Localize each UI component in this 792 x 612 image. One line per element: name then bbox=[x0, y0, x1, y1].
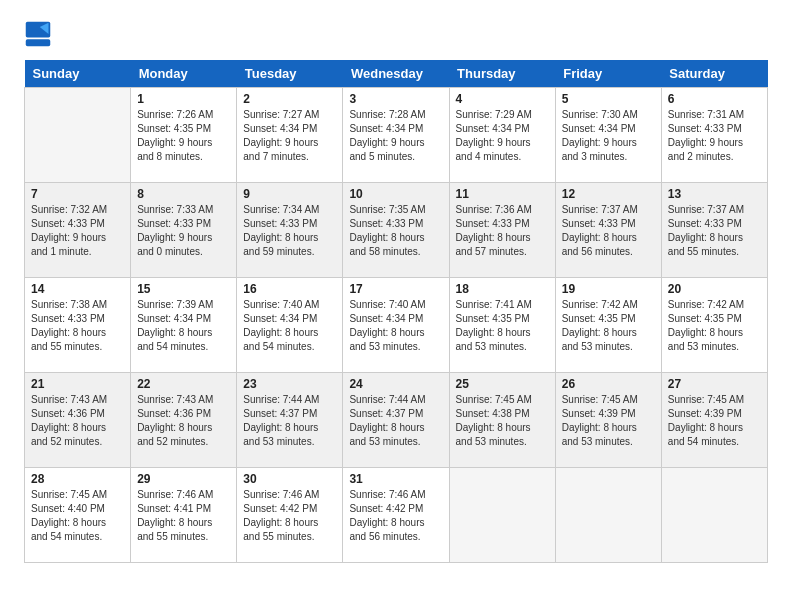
day-info: Sunrise: 7:31 AM Sunset: 4:33 PM Dayligh… bbox=[668, 108, 761, 164]
day-number: 20 bbox=[668, 282, 761, 296]
calendar-cell: 16Sunrise: 7:40 AM Sunset: 4:34 PM Dayli… bbox=[237, 278, 343, 373]
day-number: 21 bbox=[31, 377, 124, 391]
day-number: 6 bbox=[668, 92, 761, 106]
calendar-table: SundayMondayTuesdayWednesdayThursdayFrid… bbox=[24, 60, 768, 563]
day-number: 5 bbox=[562, 92, 655, 106]
day-number: 14 bbox=[31, 282, 124, 296]
day-info: Sunrise: 7:39 AM Sunset: 4:34 PM Dayligh… bbox=[137, 298, 230, 354]
day-info: Sunrise: 7:28 AM Sunset: 4:34 PM Dayligh… bbox=[349, 108, 442, 164]
calendar-week-row: 14Sunrise: 7:38 AM Sunset: 4:33 PM Dayli… bbox=[25, 278, 768, 373]
day-info: Sunrise: 7:27 AM Sunset: 4:34 PM Dayligh… bbox=[243, 108, 336, 164]
day-info: Sunrise: 7:34 AM Sunset: 4:33 PM Dayligh… bbox=[243, 203, 336, 259]
day-info: Sunrise: 7:43 AM Sunset: 4:36 PM Dayligh… bbox=[137, 393, 230, 449]
calendar-cell: 6Sunrise: 7:31 AM Sunset: 4:33 PM Daylig… bbox=[661, 88, 767, 183]
day-info: Sunrise: 7:45 AM Sunset: 4:39 PM Dayligh… bbox=[668, 393, 761, 449]
calendar-header-cell: Saturday bbox=[661, 60, 767, 88]
calendar-cell: 2Sunrise: 7:27 AM Sunset: 4:34 PM Daylig… bbox=[237, 88, 343, 183]
calendar-cell: 31Sunrise: 7:46 AM Sunset: 4:42 PM Dayli… bbox=[343, 468, 449, 563]
calendar-cell: 7Sunrise: 7:32 AM Sunset: 4:33 PM Daylig… bbox=[25, 183, 131, 278]
day-number: 9 bbox=[243, 187, 336, 201]
day-info: Sunrise: 7:46 AM Sunset: 4:41 PM Dayligh… bbox=[137, 488, 230, 544]
day-info: Sunrise: 7:36 AM Sunset: 4:33 PM Dayligh… bbox=[456, 203, 549, 259]
day-info: Sunrise: 7:35 AM Sunset: 4:33 PM Dayligh… bbox=[349, 203, 442, 259]
calendar-cell: 21Sunrise: 7:43 AM Sunset: 4:36 PM Dayli… bbox=[25, 373, 131, 468]
calendar-header-cell: Monday bbox=[131, 60, 237, 88]
day-info: Sunrise: 7:41 AM Sunset: 4:35 PM Dayligh… bbox=[456, 298, 549, 354]
day-number: 25 bbox=[456, 377, 549, 391]
calendar-cell: 29Sunrise: 7:46 AM Sunset: 4:41 PM Dayli… bbox=[131, 468, 237, 563]
day-info: Sunrise: 7:42 AM Sunset: 4:35 PM Dayligh… bbox=[562, 298, 655, 354]
calendar-cell: 28Sunrise: 7:45 AM Sunset: 4:40 PM Dayli… bbox=[25, 468, 131, 563]
day-number: 29 bbox=[137, 472, 230, 486]
day-number: 18 bbox=[456, 282, 549, 296]
calendar-cell: 19Sunrise: 7:42 AM Sunset: 4:35 PM Dayli… bbox=[555, 278, 661, 373]
day-number: 17 bbox=[349, 282, 442, 296]
day-number: 10 bbox=[349, 187, 442, 201]
calendar-cell: 1Sunrise: 7:26 AM Sunset: 4:35 PM Daylig… bbox=[131, 88, 237, 183]
day-number: 24 bbox=[349, 377, 442, 391]
calendar-cell: 3Sunrise: 7:28 AM Sunset: 4:34 PM Daylig… bbox=[343, 88, 449, 183]
calendar-cell bbox=[555, 468, 661, 563]
calendar-cell: 5Sunrise: 7:30 AM Sunset: 4:34 PM Daylig… bbox=[555, 88, 661, 183]
day-number: 23 bbox=[243, 377, 336, 391]
day-info: Sunrise: 7:44 AM Sunset: 4:37 PM Dayligh… bbox=[349, 393, 442, 449]
calendar-cell: 18Sunrise: 7:41 AM Sunset: 4:35 PM Dayli… bbox=[449, 278, 555, 373]
calendar-header-cell: Tuesday bbox=[237, 60, 343, 88]
calendar-week-row: 7Sunrise: 7:32 AM Sunset: 4:33 PM Daylig… bbox=[25, 183, 768, 278]
svg-rect-2 bbox=[26, 39, 51, 46]
calendar-cell: 4Sunrise: 7:29 AM Sunset: 4:34 PM Daylig… bbox=[449, 88, 555, 183]
day-number: 30 bbox=[243, 472, 336, 486]
calendar-cell: 26Sunrise: 7:45 AM Sunset: 4:39 PM Dayli… bbox=[555, 373, 661, 468]
day-info: Sunrise: 7:44 AM Sunset: 4:37 PM Dayligh… bbox=[243, 393, 336, 449]
day-info: Sunrise: 7:38 AM Sunset: 4:33 PM Dayligh… bbox=[31, 298, 124, 354]
day-info: Sunrise: 7:32 AM Sunset: 4:33 PM Dayligh… bbox=[31, 203, 124, 259]
calendar-header-cell: Wednesday bbox=[343, 60, 449, 88]
calendar-cell bbox=[25, 88, 131, 183]
day-number: 16 bbox=[243, 282, 336, 296]
day-info: Sunrise: 7:30 AM Sunset: 4:34 PM Dayligh… bbox=[562, 108, 655, 164]
day-info: Sunrise: 7:46 AM Sunset: 4:42 PM Dayligh… bbox=[243, 488, 336, 544]
day-number: 19 bbox=[562, 282, 655, 296]
calendar-cell: 27Sunrise: 7:45 AM Sunset: 4:39 PM Dayli… bbox=[661, 373, 767, 468]
day-number: 12 bbox=[562, 187, 655, 201]
calendar-cell: 9Sunrise: 7:34 AM Sunset: 4:33 PM Daylig… bbox=[237, 183, 343, 278]
day-info: Sunrise: 7:45 AM Sunset: 4:38 PM Dayligh… bbox=[456, 393, 549, 449]
calendar-cell: 23Sunrise: 7:44 AM Sunset: 4:37 PM Dayli… bbox=[237, 373, 343, 468]
day-info: Sunrise: 7:33 AM Sunset: 4:33 PM Dayligh… bbox=[137, 203, 230, 259]
logo-icon bbox=[24, 20, 52, 48]
day-number: 1 bbox=[137, 92, 230, 106]
day-number: 15 bbox=[137, 282, 230, 296]
calendar-header-cell: Friday bbox=[555, 60, 661, 88]
day-number: 8 bbox=[137, 187, 230, 201]
calendar-cell: 22Sunrise: 7:43 AM Sunset: 4:36 PM Dayli… bbox=[131, 373, 237, 468]
calendar-cell: 10Sunrise: 7:35 AM Sunset: 4:33 PM Dayli… bbox=[343, 183, 449, 278]
day-info: Sunrise: 7:46 AM Sunset: 4:42 PM Dayligh… bbox=[349, 488, 442, 544]
calendar-header-row: SundayMondayTuesdayWednesdayThursdayFrid… bbox=[25, 60, 768, 88]
day-info: Sunrise: 7:45 AM Sunset: 4:39 PM Dayligh… bbox=[562, 393, 655, 449]
day-number: 13 bbox=[668, 187, 761, 201]
logo bbox=[24, 20, 56, 48]
calendar-cell bbox=[661, 468, 767, 563]
calendar-cell: 13Sunrise: 7:37 AM Sunset: 4:33 PM Dayli… bbox=[661, 183, 767, 278]
calendar-week-row: 1Sunrise: 7:26 AM Sunset: 4:35 PM Daylig… bbox=[25, 88, 768, 183]
day-number: 31 bbox=[349, 472, 442, 486]
calendar-cell: 30Sunrise: 7:46 AM Sunset: 4:42 PM Dayli… bbox=[237, 468, 343, 563]
calendar-header-cell: Thursday bbox=[449, 60, 555, 88]
calendar-cell: 12Sunrise: 7:37 AM Sunset: 4:33 PM Dayli… bbox=[555, 183, 661, 278]
day-info: Sunrise: 7:43 AM Sunset: 4:36 PM Dayligh… bbox=[31, 393, 124, 449]
day-number: 7 bbox=[31, 187, 124, 201]
day-info: Sunrise: 7:42 AM Sunset: 4:35 PM Dayligh… bbox=[668, 298, 761, 354]
calendar-cell: 24Sunrise: 7:44 AM Sunset: 4:37 PM Dayli… bbox=[343, 373, 449, 468]
calendar-header-cell: Sunday bbox=[25, 60, 131, 88]
calendar-cell: 20Sunrise: 7:42 AM Sunset: 4:35 PM Dayli… bbox=[661, 278, 767, 373]
calendar-cell: 25Sunrise: 7:45 AM Sunset: 4:38 PM Dayli… bbox=[449, 373, 555, 468]
calendar-week-row: 28Sunrise: 7:45 AM Sunset: 4:40 PM Dayli… bbox=[25, 468, 768, 563]
calendar-week-row: 21Sunrise: 7:43 AM Sunset: 4:36 PM Dayli… bbox=[25, 373, 768, 468]
day-number: 2 bbox=[243, 92, 336, 106]
calendar-cell bbox=[449, 468, 555, 563]
day-info: Sunrise: 7:40 AM Sunset: 4:34 PM Dayligh… bbox=[243, 298, 336, 354]
day-info: Sunrise: 7:45 AM Sunset: 4:40 PM Dayligh… bbox=[31, 488, 124, 544]
day-info: Sunrise: 7:29 AM Sunset: 4:34 PM Dayligh… bbox=[456, 108, 549, 164]
day-number: 3 bbox=[349, 92, 442, 106]
day-number: 4 bbox=[456, 92, 549, 106]
